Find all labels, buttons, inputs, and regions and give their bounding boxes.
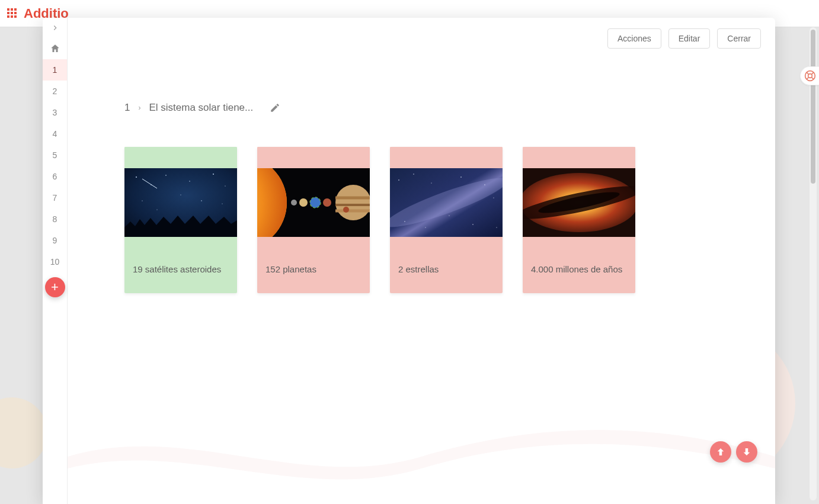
sidebar-q-label: 1 bbox=[53, 65, 57, 75]
sidebar-home[interactable] bbox=[43, 38, 67, 59]
card-header bbox=[124, 147, 237, 168]
sidebar-q-3[interactable]: 3 bbox=[43, 102, 67, 123]
chevron-right-icon: › bbox=[138, 104, 140, 112]
svg-point-16 bbox=[222, 204, 223, 204]
modal-main: Acciones Editar Cerrar 1 › El sistema so… bbox=[68, 18, 775, 504]
answer-card-4[interactable]: 4.000 millones de años bbox=[523, 147, 635, 293]
svg-line-3 bbox=[811, 72, 813, 74]
sidebar-q-label: 4 bbox=[53, 129, 57, 139]
sidebar-q-label: 3 bbox=[53, 108, 57, 117]
sidebar-q-10[interactable]: 10 bbox=[43, 251, 67, 272]
svg-point-31 bbox=[398, 179, 399, 181]
svg-line-2 bbox=[807, 72, 808, 74]
cerrar-button[interactable]: Cerrar bbox=[717, 28, 761, 49]
modal-action-bar: Acciones Editar Cerrar bbox=[607, 28, 761, 49]
svg-point-28 bbox=[343, 207, 349, 213]
svg-point-9 bbox=[165, 175, 167, 176]
prev-question-button[interactable] bbox=[710, 441, 731, 463]
svg-point-41 bbox=[496, 227, 497, 227]
answer-card-3[interactable]: 2 estrellas bbox=[390, 147, 503, 293]
answer-image bbox=[390, 168, 503, 237]
arrow-down-icon bbox=[741, 447, 752, 457]
svg-point-7 bbox=[136, 176, 137, 178]
sidebar-q-label: 9 bbox=[53, 236, 57, 245]
sidebar-q-6[interactable]: 6 bbox=[43, 166, 67, 187]
svg-point-14 bbox=[201, 200, 201, 201]
svg-point-12 bbox=[225, 185, 225, 186]
next-question-button[interactable] bbox=[736, 441, 757, 463]
svg-point-10 bbox=[189, 181, 190, 181]
svg-point-22 bbox=[291, 200, 297, 206]
sidebar-q-label: 10 bbox=[50, 257, 60, 267]
card-header bbox=[257, 147, 370, 168]
svg-point-33 bbox=[431, 182, 431, 183]
sidebar-q-5[interactable]: 5 bbox=[43, 145, 67, 166]
question-nav-fabs bbox=[710, 441, 757, 463]
question-number: 1 bbox=[124, 102, 130, 114]
arrow-up-icon bbox=[715, 447, 726, 457]
svg-line-4 bbox=[807, 78, 808, 79]
svg-point-23 bbox=[299, 198, 308, 207]
background-decoration bbox=[0, 397, 47, 468]
acciones-button[interactable]: Acciones bbox=[607, 28, 661, 49]
add-question-button[interactable]: + bbox=[45, 277, 65, 297]
svg-point-27 bbox=[335, 185, 370, 220]
sidebar-q-label: 5 bbox=[53, 150, 57, 160]
svg-point-15 bbox=[142, 200, 142, 201]
help-lifebuoy-icon bbox=[804, 70, 816, 82]
svg-point-35 bbox=[484, 184, 485, 185]
sidebar-q-1[interactable]: 1 bbox=[43, 59, 67, 81]
milky-way-image bbox=[390, 168, 503, 237]
svg-point-37 bbox=[404, 221, 405, 221]
sidebar-collapse-toggle[interactable] bbox=[43, 18, 67, 38]
question-area: 1 › El sistema solar tiene... bbox=[68, 18, 775, 293]
svg-point-17 bbox=[157, 210, 158, 210]
apps-grid-icon[interactable] bbox=[7, 8, 18, 19]
answer-label: 2 estrellas bbox=[390, 237, 503, 293]
answer-label: 152 planetas bbox=[257, 237, 370, 293]
svg-point-0 bbox=[805, 71, 815, 81]
card-header bbox=[523, 147, 635, 168]
sidebar-q-7[interactable]: 7 bbox=[43, 187, 67, 208]
svg-point-32 bbox=[413, 174, 414, 174]
help-button[interactable] bbox=[800, 66, 819, 85]
svg-point-36 bbox=[493, 197, 494, 198]
question-nav-sidebar: 1 2 3 4 5 6 7 8 9 10 + bbox=[43, 18, 68, 504]
svg-point-40 bbox=[449, 215, 449, 216]
question-text: El sistema solar tiene... bbox=[149, 102, 253, 114]
answer-card-1[interactable]: 19 satélites asteroides bbox=[124, 147, 237, 293]
page-scrollbar[interactable] bbox=[810, 27, 817, 500]
plus-icon: + bbox=[51, 280, 59, 295]
svg-point-38 bbox=[425, 227, 426, 227]
sidebar-q-8[interactable]: 8 bbox=[43, 208, 67, 230]
scrollbar-thumb[interactable] bbox=[811, 30, 815, 184]
answer-label: 19 satélites asteroides bbox=[124, 237, 237, 293]
question-editor-modal: 1 2 3 4 5 6 7 8 9 10 + Acciones Editar C… bbox=[43, 18, 775, 504]
night-sky-image bbox=[124, 168, 237, 237]
pencil-icon bbox=[270, 102, 280, 113]
edit-question-button[interactable] bbox=[270, 102, 280, 113]
answer-image bbox=[523, 168, 635, 237]
answer-card-2[interactable]: 152 planetas bbox=[257, 147, 370, 293]
editar-button[interactable]: Editar bbox=[668, 28, 711, 49]
chevron-right-icon bbox=[51, 24, 59, 32]
sidebar-q-label: 7 bbox=[53, 193, 57, 203]
card-header bbox=[390, 147, 503, 168]
svg-point-1 bbox=[808, 74, 812, 78]
svg-point-11 bbox=[213, 174, 214, 175]
answer-label: 4.000 millones de años bbox=[523, 237, 635, 293]
planets-image bbox=[257, 168, 370, 237]
sidebar-q-4[interactable]: 4 bbox=[43, 123, 67, 145]
svg-line-5 bbox=[811, 78, 813, 79]
sidebar-q-label: 6 bbox=[53, 172, 57, 181]
svg-point-34 bbox=[460, 176, 462, 178]
answer-cards: 19 satélites asteroides bbox=[124, 147, 740, 293]
answer-image bbox=[257, 168, 370, 237]
svg-point-26 bbox=[323, 198, 331, 207]
sidebar-q-2[interactable]: 2 bbox=[43, 81, 67, 102]
sidebar-q-9[interactable]: 9 bbox=[43, 230, 67, 251]
svg-point-39 bbox=[472, 224, 473, 224]
sidebar-q-label: 8 bbox=[53, 214, 57, 224]
sidebar-q-label: 2 bbox=[53, 86, 57, 96]
nebula-image bbox=[523, 168, 635, 237]
